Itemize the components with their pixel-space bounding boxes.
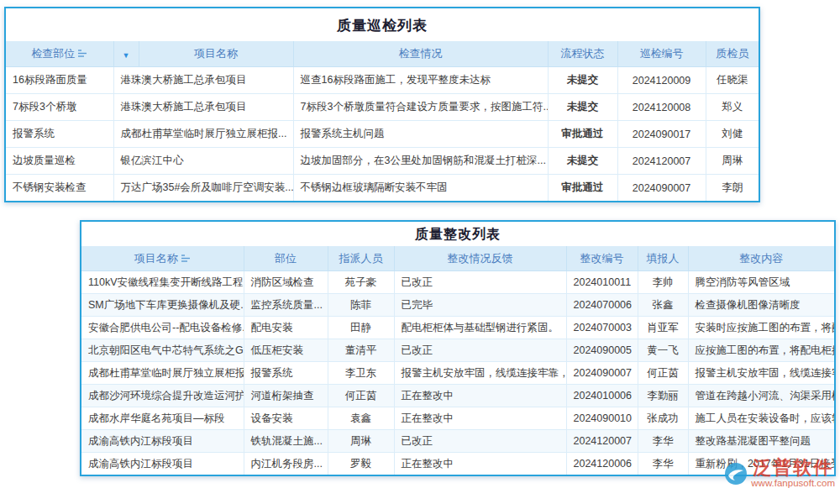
cell-inspector: 李朗 <box>706 175 759 202</box>
cell-number-link[interactable]: 2024070003 <box>566 317 638 339</box>
cell-content: 管道在跨越小河流、沟渠采用桁... <box>688 385 834 407</box>
status-badge: 未提交 <box>548 94 617 121</box>
cell-project-link[interactable]: SM广场地下车库更换摄像机及硬... <box>81 294 244 317</box>
header-project-name-label: 项目名称 <box>134 252 178 265</box>
cell-content: 报警主机安放牢固，线缆连接牢... <box>688 362 834 385</box>
header-check-part[interactable]: 检查部位 <box>6 41 113 67</box>
cell-content: 施工人员在安装设备时，应该轻... <box>688 407 834 430</box>
cell-project-link[interactable]: 港珠澳大桥施工总承包项目 <box>113 94 293 121</box>
table-row[interactable]: 边坡质量巡检 银亿滨江中心 边坡加固部分，在3公里处加固钢筋和混凝土打桩深...… <box>6 148 759 175</box>
header-filter-dropdown[interactable]: ▼ <box>113 41 139 67</box>
inspection-header-row: 检查部位 ▼ 项目名称 检查情况 流程状态 巡检编号 质检员 <box>6 41 759 67</box>
cell-filler: 何正茵 <box>638 362 688 385</box>
header-project-name[interactable]: 项目名称 <box>81 246 244 271</box>
table-row[interactable]: SM广场地下车库更换摄像机及硬... 监控系统质量... 陈菲 已完毕 2024… <box>81 294 834 317</box>
cell-feedback: 报警主机安放牢固，线缆连接牢靠，报... <box>394 362 566 385</box>
cell-situation: 报警系统主机问题 <box>293 121 548 148</box>
cell-situation: 7标段3个桥墩质量符合建设方质量要求，按图施工符... <box>293 94 548 121</box>
cell-assignee: 董清平 <box>328 339 394 362</box>
cell-number-link[interactable]: 2024120007 <box>617 148 706 175</box>
cell-number-link[interactable]: 2024090007 <box>566 362 638 385</box>
table-row[interactable]: 16标段路面质量 港珠澳大桥施工总承包项目 巡查16标段路面施工，发现平整度未达… <box>6 67 759 94</box>
cell-number-link[interactable]: 2024120008 <box>617 94 706 121</box>
cell-feedback: 已改正 <box>394 271 566 294</box>
header-check-situation: 检查情况 <box>293 41 548 67</box>
cell-project-link[interactable]: 110kV安徽线程集变开断线路工程 <box>81 271 244 294</box>
inspection-table: 检查部位 ▼ 项目名称 检查情况 流程状态 巡检编号 质检员 16标段路面质量 … <box>6 41 759 201</box>
cell-project-link[interactable]: 安徽合肥供电公司--配电设备检修... <box>81 317 244 339</box>
cell-assignee: 田静 <box>328 317 394 339</box>
cell-filler: 肖亚军 <box>638 317 688 339</box>
cell-part: 监控系统质量... <box>244 294 328 317</box>
table-row[interactable]: 北京朝阳区电气中芯特气系统之G... 低压柜安装 董清平 已改正 2024090… <box>81 339 834 362</box>
header-part: 部位 <box>244 246 328 271</box>
table-row[interactable]: 成都沙河环境综合提升改造运河护... 河道桁架抽查 何正茵 正在整改中 2024… <box>81 385 834 407</box>
cell-project-link[interactable]: 成都杜甫草堂临时展厅独立展柜报... <box>113 121 293 148</box>
cell-feedback: 正在整改中 <box>394 407 566 430</box>
rectification-table-title: 质量整改列表 <box>81 222 834 246</box>
cell-content: 腾空消防等风管区域 <box>688 271 834 294</box>
chevron-down-icon: ▼ <box>123 51 130 60</box>
cell-situation: 巡查16标段路面施工，发现平整度未达标 <box>293 67 548 94</box>
cell-project-link[interactable]: 成渝高铁内江标段项目 <box>81 453 244 475</box>
cell-filler: 李华 <box>638 430 688 453</box>
cell-check-part: 不锈钢安装检查 <box>6 175 113 202</box>
table-row[interactable]: 110kV安徽线程集变开断线路工程 消防区域检查 苑子豪 已改正 2024010… <box>81 271 834 294</box>
cell-number-link[interactable]: 2024120006 <box>566 453 638 475</box>
cell-project-link[interactable]: 成都水岸华庭名苑项目—标段 <box>81 407 244 430</box>
table-row[interactable]: 成都杜甫草堂临时展厅独立展柜报... 报警系统 李卫东 报警主机安放牢固，线缆连… <box>81 362 834 385</box>
cell-feedback: 已改正 <box>394 430 566 453</box>
cell-project-link[interactable]: 银亿滨江中心 <box>113 148 293 175</box>
cell-check-part: 7标段3个桥墩 <box>6 94 113 121</box>
cell-filler: 张鑫 <box>638 294 688 317</box>
cell-project-link[interactable]: 成都沙河环境综合提升改造运河护... <box>81 385 244 407</box>
cell-filler: 李华 <box>638 453 688 475</box>
inspection-table-card: 质量巡检列表 检查部位 ▼ 项目名称 检查情况 流程状态 巡检编号 质检员 16… <box>4 7 760 202</box>
inspection-table-title: 质量巡检列表 <box>6 8 759 41</box>
cell-number-link[interactable]: 2024010006 <box>566 385 638 407</box>
rectification-header-row: 项目名称 部位 指派人员 整改情况反馈 整改编号 填报人 整改内容 <box>81 246 834 271</box>
cell-assignee: 周琳 <box>328 430 394 453</box>
cell-number-link[interactable]: 2024070006 <box>566 294 638 317</box>
cell-feedback: 已改正 <box>394 339 566 362</box>
header-filler: 填报人 <box>638 246 688 271</box>
sort-icon <box>77 49 87 58</box>
cell-part: 铁轨混凝土施... <box>244 430 328 453</box>
table-row[interactable]: 成都水岸华庭名苑项目—标段 设备安装 袁鑫 正在整改中 2024090010 张… <box>81 407 834 430</box>
cell-number-link[interactable]: 2024120007 <box>566 430 638 453</box>
cell-number-link[interactable]: 2024090005 <box>566 339 638 362</box>
cell-number-link[interactable]: 2024090010 <box>566 407 638 430</box>
cell-content: 重新粉刷，2017年1月31日接受 <box>688 453 834 475</box>
cell-filler: 李帅 <box>638 271 688 294</box>
cell-number-link[interactable]: 2024010011 <box>566 271 638 294</box>
table-row[interactable]: 7标段3个桥墩 港珠澳大桥施工总承包项目 7标段3个桥墩质量符合建设方质量要求，… <box>6 94 759 121</box>
cell-situation: 边坡加固部分，在3公里处加固钢筋和混凝土打桩深... <box>293 148 548 175</box>
cell-feedback: 配电柜柜体与基础型钢进行紧固。 <box>394 317 566 339</box>
header-inspector: 质检员 <box>706 41 759 67</box>
cell-number-link[interactable]: 2024120009 <box>617 67 706 94</box>
cell-content: 检查摄像机图像清晰度 <box>688 294 834 317</box>
header-rect-content: 整改内容 <box>688 246 834 271</box>
cell-number-link[interactable]: 2024090007 <box>617 175 706 202</box>
cell-project-link[interactable]: 成渝高铁内江标段项目 <box>81 430 244 453</box>
status-badge: 审批通过 <box>548 175 617 202</box>
status-badge: 审批通过 <box>548 121 617 148</box>
cell-project-link[interactable]: 成都杜甫草堂临时展厅独立展柜报... <box>81 362 244 385</box>
table-row[interactable]: 不锈钢安装检查 万达广场35#会所及咖啡厅空调安装... 不锈钢边框玻璃隔断安装… <box>6 175 759 202</box>
table-row[interactable]: 安徽合肥供电公司--配电设备检修... 配电安装 田静 配电柜柜体与基础型钢进行… <box>81 317 834 339</box>
cell-filler: 黄一飞 <box>638 339 688 362</box>
cell-content: 应按施工图的布置，将配电柜按... <box>688 339 834 362</box>
cell-check-part: 报警系统 <box>6 121 113 148</box>
table-row[interactable]: 成渝高铁内江标段项目 内江机务段房... 罗毅 正在整改中 2024120006… <box>81 453 834 475</box>
cell-part: 内江机务段房... <box>244 453 328 475</box>
cell-project-link[interactable]: 港珠澳大桥施工总承包项目 <box>113 67 293 94</box>
header-check-part-label: 检查部位 <box>31 47 75 60</box>
cell-number-link[interactable]: 2024090017 <box>617 121 706 148</box>
cell-project-link[interactable]: 万达广场35#会所及咖啡厅空调安装... <box>113 175 293 202</box>
table-row[interactable]: 成渝高铁内江标段项目 铁轨混凝土施... 周琳 已改正 2024120007 李… <box>81 430 834 453</box>
header-flow-status: 流程状态 <box>548 41 617 67</box>
cell-project-link[interactable]: 北京朝阳区电气中芯特气系统之G... <box>81 339 244 362</box>
table-row[interactable]: 报警系统 成都杜甫草堂临时展厅独立展柜报... 报警系统主机问题 审批通过 20… <box>6 121 759 148</box>
status-badge: 未提交 <box>548 67 617 94</box>
cell-part: 报警系统 <box>244 362 328 385</box>
